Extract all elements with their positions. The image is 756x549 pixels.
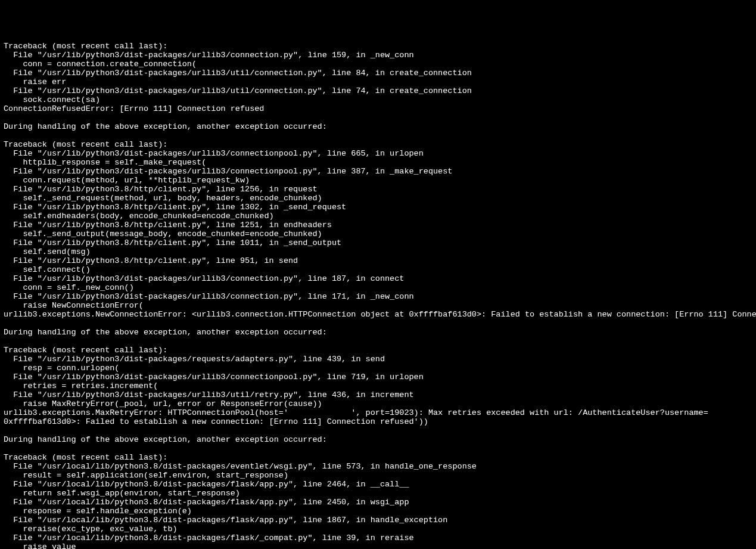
traceback-line-53: File "/usr/local/lib/python3.8/dist-pack…: [4, 516, 447, 525]
traceback-line-28: File "/usr/lib/python3/dist-packages/url…: [4, 292, 414, 301]
traceback-line-22: File "/usr/lib/python3.8/http/client.py"…: [4, 238, 341, 247]
traceback-line-6: sock.connect(sa): [4, 95, 100, 104]
traceback-line-11: Traceback (most recent call last):: [4, 140, 167, 149]
traceback-line-0: Traceback (most recent call last):: [4, 42, 167, 51]
traceback-line-24: File "/usr/lib/python3.8/http/client.py"…: [4, 256, 298, 265]
traceback-line-40: raise MaxRetryError(_pool, url, error or…: [4, 399, 322, 408]
traceback-line-26: File "/usr/lib/python3/dist-packages/url…: [4, 274, 404, 283]
traceback-line-52: response = self.handle_exception(e): [4, 507, 192, 516]
traceback-line-18: File "/usr/lib/python3.8/http/client.py"…: [4, 203, 346, 212]
traceback-line-46: Traceback (most recent call last):: [4, 453, 167, 462]
traceback-line-13: httplib_response = self._make_request(: [4, 158, 206, 167]
traceback-line-38: retries = retries.increment(: [4, 381, 158, 390]
traceback-line-12: File "/usr/lib/python3/dist-packages/url…: [4, 149, 424, 158]
traceback-line-54: reraise(exc_type, exc_value, tb): [4, 525, 178, 534]
traceback-line-16: File "/usr/lib/python3.8/http/client.py"…: [4, 185, 318, 194]
traceback-line-34: Traceback (most recent call last):: [4, 346, 167, 355]
traceback-line-32: During handling of the above exception, …: [4, 328, 327, 337]
traceback-line-35: File "/usr/lib/python3/dist-packages/req…: [4, 355, 385, 364]
traceback-line-36: resp = conn.urlopen(: [4, 364, 119, 373]
traceback-line-4: raise err: [4, 77, 66, 86]
traceback-line-17: self._send_request(method, url, body, he…: [4, 194, 322, 203]
traceback-line-37: File "/usr/lib/python3/dist-packages/url…: [4, 373, 424, 381]
traceback-line-47: File "/usr/local/lib/python3.8/dist-pack…: [4, 462, 477, 471]
traceback-line-7: ConnectionRefusedError: [Errno 111] Conn…: [4, 104, 264, 113]
traceback-line-25: self.connect(): [4, 265, 91, 274]
traceback-line-15: conn.request(method, url, **httplib_requ…: [4, 176, 250, 185]
traceback-line-5: File "/usr/lib/python3/dist-packages/url…: [4, 86, 472, 95]
traceback-line-14: File "/usr/lib/python3/dist-packages/url…: [4, 167, 452, 176]
traceback-line-55: File "/usr/local/lib/python3.8/dist-pack…: [4, 534, 414, 542]
traceback-line-30: urllib3.exceptions.NewConnectionError: <…: [4, 310, 756, 319]
traceback-line-50: return self.wsgi_app(environ, start_resp…: [4, 489, 240, 498]
traceback-line-3: File "/usr/lib/python3/dist-packages/url…: [4, 69, 472, 77]
traceback-line-2: conn = connection.create_connection(: [4, 60, 197, 69]
traceback-line-29: raise NewConnectionError(: [4, 301, 144, 310]
traceback-line-42: 0xffffbaf613d0>: Failed to establish a n…: [4, 417, 428, 426]
traceback-line-41: urllib3.exceptions.MaxRetryError: HTTPCo…: [4, 408, 756, 417]
traceback-line-23: self.send(msg): [4, 247, 91, 256]
traceback-line-56: raise value: [4, 542, 76, 549]
traceback-line-19: self.endheaders(body, encode_chunked=enc…: [4, 212, 274, 221]
terminal-output[interactable]: Traceback (most recent call last): File …: [4, 42, 752, 549]
traceback-line-27: conn = self._new_conn(): [4, 283, 134, 292]
traceback-line-20: File "/usr/lib/python3.8/http/client.py"…: [4, 221, 332, 229]
traceback-line-21: self._send_output(message_body, encode_c…: [4, 229, 322, 238]
traceback-line-49: File "/usr/local/lib/python3.8/dist-pack…: [4, 480, 409, 489]
traceback-line-1: File "/usr/lib/python3/dist-packages/url…: [4, 51, 414, 60]
traceback-line-9: During handling of the above exception, …: [4, 122, 327, 131]
traceback-line-39: File "/usr/lib/python3/dist-packages/url…: [4, 390, 414, 399]
traceback-line-51: File "/usr/local/lib/python3.8/dist-pack…: [4, 498, 409, 507]
traceback-line-44: During handling of the above exception, …: [4, 435, 327, 444]
traceback-line-48: result = self.application(self.environ, …: [4, 471, 288, 480]
